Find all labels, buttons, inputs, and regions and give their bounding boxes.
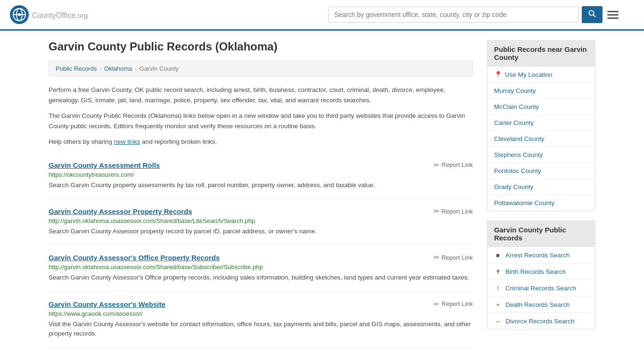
garvin-record-link[interactable]: !Criminal Records Search [487, 280, 595, 296]
record-link-label: Criminal Records Search [505, 285, 576, 292]
menu-bar-1 [607, 11, 619, 12]
record-url[interactable]: https://www.gcaook.com/assessor/ [49, 310, 473, 317]
nearby-county-link[interactable]: McClain County [487, 99, 595, 115]
record-title[interactable]: Garvin County Assessment Rolls [49, 161, 160, 169]
nearby-county-link[interactable]: Pottawatomie County [487, 195, 595, 211]
garvin-records-title: Garvin County Public Records [487, 221, 595, 247]
site-header: CountyOffice.org [0, 0, 644, 31]
record-desc: Search Garvin County property assessment… [49, 181, 473, 190]
breadcrumb-current: Garvin County [140, 65, 179, 72]
report-link[interactable]: ✂ Report Link [434, 161, 473, 169]
nearby-county-link[interactable]: Grady County [487, 179, 595, 195]
record-url[interactable]: http://garvin.oklahoma.usassessor.com/Sh… [49, 263, 473, 271]
report-link[interactable]: ✂ Report Link [434, 300, 473, 308]
search-button[interactable] [582, 6, 603, 23]
breadcrumb-public-records[interactable]: Public Records [56, 65, 97, 72]
record-title[interactable]: Garvin County Assessor's Office Property… [49, 254, 220, 262]
page-title: Garvin County Public Records (Oklahoma) [49, 40, 473, 53]
nearby-county-link[interactable]: Cleveland County [487, 131, 595, 147]
breadcrumb-sep-2: › [135, 66, 137, 72]
record-header: Garvin County Assessor Property Records … [49, 207, 473, 215]
record-link-label: Arrest Records Search [505, 252, 570, 259]
report-icon: ✂ [434, 254, 439, 261]
logo-icon [9, 5, 29, 25]
report-link[interactable]: ✂ Report Link [434, 207, 473, 215]
record-url[interactable]: https://okcountytreasurers.com/ [49, 171, 473, 178]
svg-point-4 [18, 13, 21, 16]
garvin-records-section: Garvin County Public Records ■Arrest Rec… [487, 221, 595, 329]
nearby-section: Public Records near Garvin County 📍 Use … [487, 40, 595, 211]
use-location-item[interactable]: 📍 Use My Location [487, 66, 595, 83]
description-para1: Perform a free Garvin County, OK public … [49, 85, 473, 105]
record-type-icon: ■ [494, 251, 502, 259]
nearby-county-link[interactable]: Carter County [487, 115, 595, 131]
main-container: Garvin County Public Records (Oklahoma) … [39, 31, 605, 357]
use-location-link[interactable]: Use My Location [505, 71, 553, 78]
record-item: Garvin County Assessment Rolls ✂ Report … [49, 153, 473, 199]
garvin-record-link[interactable]: ✝Birth Records Search [487, 263, 595, 280]
record-url[interactable]: http://garvin.oklahoma.usassessor.com/Sh… [49, 217, 473, 224]
nearby-county-link[interactable]: Stephens County [487, 147, 595, 163]
garvin-record-link[interactable]: +Death Records Search [487, 296, 595, 313]
search-input[interactable] [328, 7, 579, 23]
record-item: Garvin County Assessor Property Records … [49, 199, 473, 245]
menu-bar-3 [607, 17, 619, 19]
record-header: Garvin County Assessor's Office Property… [49, 254, 473, 262]
garvin-record-link[interactable]: ■Arrest Records Search [487, 247, 595, 263]
location-icon: 📍 [494, 71, 502, 78]
report-icon: ✂ [434, 161, 439, 169]
record-title[interactable]: Garvin County Assessor's Website [49, 300, 165, 308]
record-link-label: Death Records Search [505, 301, 570, 308]
garvin-record-link[interactable]: ↔Divorce Records Search [487, 313, 595, 329]
breadcrumb-sep-1: › [99, 66, 101, 72]
record-desc: Search Garvin County Assessor property r… [49, 227, 473, 236]
records-list: Garvin County Assessment Rolls ✂ Report … [49, 153, 473, 347]
record-link-label: Birth Records Search [505, 268, 566, 275]
nearby-county-link[interactable]: Pontotoc County [487, 163, 595, 179]
garvin-records-links: ■Arrest Records Search✝Birth Records Sea… [487, 247, 595, 329]
breadcrumb-oklahoma[interactable]: Oklahoma [104, 65, 132, 72]
new-links-link[interactable]: new links [114, 138, 140, 145]
record-header: Garvin County Assessor's Website ✂ Repor… [49, 300, 473, 308]
record-header: Garvin County Assessment Rolls ✂ Report … [49, 161, 473, 169]
report-link[interactable]: ✂ Report Link [434, 254, 473, 261]
record-type-icon: + [494, 301, 502, 308]
report-icon: ✂ [434, 300, 439, 308]
svg-point-5 [589, 11, 594, 16]
record-item: Garvin County Assessor's Office Property… [49, 245, 473, 291]
nearby-links: 📍 Use My Location Murray CountyMcClain C… [487, 66, 595, 211]
record-type-icon: ↔ [494, 317, 502, 325]
record-type-icon: ! [494, 284, 502, 292]
record-item: Garvin County Assessor's Website ✂ Repor… [49, 292, 473, 348]
record-title[interactable]: Garvin County Assessor Property Records [49, 207, 192, 215]
nearby-counties: Murray CountyMcClain CountyCarter County… [487, 83, 595, 211]
record-link-label: Divorce Records Search [505, 318, 574, 325]
breadcrumb: Public Records › Oklahoma › Garvin Count… [49, 61, 473, 76]
main-content: Garvin County Public Records (Oklahoma) … [49, 40, 473, 347]
sidebar: Public Records near Garvin County 📍 Use … [487, 40, 595, 347]
search-area [328, 6, 620, 23]
nearby-county-link[interactable]: Murray County [487, 83, 595, 99]
search-icon [588, 10, 596, 17]
nearby-title: Public Records near Garvin County [487, 40, 595, 66]
record-desc: Visit the Garvin County Assessor's websi… [49, 320, 473, 339]
menu-button[interactable] [605, 9, 620, 21]
menu-bar-2 [607, 14, 619, 16]
record-desc: Search Garvin County Assessor's Office p… [49, 273, 473, 282]
report-icon: ✂ [434, 207, 439, 215]
description-para3: Help others by sharing new links and rep… [49, 137, 473, 147]
description-para2: The Garvin County Public Records (Oklaho… [49, 111, 473, 131]
svg-line-6 [594, 15, 596, 17]
logo-text: CountyOffice.org [32, 9, 88, 20]
record-type-icon: ✝ [494, 268, 502, 275]
logo: CountyOffice.org [9, 5, 88, 25]
